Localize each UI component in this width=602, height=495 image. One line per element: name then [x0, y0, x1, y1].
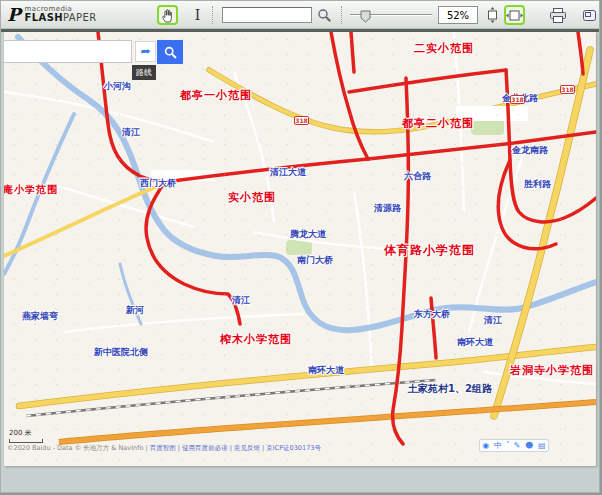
road-label: 六合路	[404, 172, 431, 181]
map-search-button	[157, 40, 183, 64]
directions-arrow-icon: ➦	[140, 44, 150, 58]
search-button[interactable]	[315, 5, 333, 25]
route-tooltip: 路线	[132, 65, 156, 80]
road-label: 清江	[232, 296, 250, 305]
road-label: 新河	[126, 306, 144, 315]
print-icon	[550, 8, 566, 23]
fit-width-button[interactable]	[504, 5, 525, 25]
ime-toolbar: ◉中’✎☻▤	[479, 439, 549, 452]
map-search-bar	[4, 40, 132, 63]
district-label: 岩洞寺小学范围	[510, 365, 594, 376]
zoom-slider-thumb[interactable]	[360, 8, 371, 21]
scale-bar	[9, 439, 43, 443]
road-label: 新中医院北侧	[94, 348, 148, 357]
road-label: 腾龙大道	[290, 230, 326, 239]
road-label: 西门大桥	[140, 179, 176, 188]
road-label: 胜利路	[524, 180, 551, 189]
road-label: 南环大道	[308, 366, 344, 375]
slider-thumb-icon	[360, 10, 371, 23]
map-scale: 200 米	[9, 428, 43, 443]
road-label: 金龙南路	[512, 146, 548, 155]
district-label: 二实小范围	[414, 43, 474, 54]
ime-chinese-mode-icon: 中	[494, 442, 502, 450]
zoom-level-input[interactable]	[438, 6, 478, 24]
toolbar-separator	[212, 6, 213, 24]
text-select-tool-button[interactable]: I	[187, 5, 208, 25]
district-label: 普庵小学范围	[4, 185, 58, 195]
road-label: 燕家墙弯	[22, 312, 58, 321]
popout-window-button[interactable]	[581, 5, 597, 25]
document-page[interactable]: 二实小范围都亭一小范围都亭二小范围实小范围普庵小学范围体育路小学范围榨木小学范围…	[4, 32, 596, 466]
road-label: 土家苑村1、2组路	[408, 384, 492, 394]
map-search-icon	[164, 46, 177, 59]
toolbar: P macromedia FLASHPAPER I	[1, 1, 599, 29]
fit-height-button[interactable]	[483, 5, 502, 25]
road-label: 小河沟	[104, 82, 131, 91]
toolbar-separator	[341, 6, 342, 24]
map-labels-layer: 二实小范围都亭一小范围都亭二小范围实小范围普庵小学范围体育路小学范围榨木小学范围…	[4, 32, 596, 466]
hand-icon	[161, 8, 175, 23]
district-label: 体育路小学范围	[384, 244, 475, 256]
road-label: 南环大道	[457, 338, 493, 347]
flashpaper-logo: P macromedia FLASHPAPER	[7, 4, 97, 25]
road-label: 清源路	[374, 204, 401, 213]
ime-logo-icon: ◉	[482, 442, 489, 450]
window-icon	[583, 10, 596, 21]
search-input[interactable]	[222, 7, 312, 23]
zoom-slider[interactable]	[350, 7, 432, 23]
ime-keyboard-icon: ▤	[538, 442, 546, 450]
fit-height-icon	[486, 7, 499, 23]
district-label: 都亭一小范围	[180, 90, 252, 101]
macromedia-logo-icon: P	[7, 4, 21, 25]
road-shield: 318	[560, 85, 575, 94]
ime-punctuation-icon: ’	[507, 442, 510, 450]
district-label: 实小范围	[228, 192, 276, 203]
map-directions-button: ➦	[135, 41, 156, 62]
ibeam-icon: I	[195, 7, 201, 23]
map-copyright: ©2020 Baidu - Data © 长地万方 & NavInfo | 百度…	[7, 444, 321, 453]
search-icon	[317, 8, 332, 23]
road-shield: 318	[294, 116, 309, 125]
ime-handwriting-icon: ✎	[514, 442, 521, 450]
road-label: 东方大桥	[414, 310, 450, 319]
print-button[interactable]	[547, 5, 568, 25]
hand-tool-button[interactable]	[157, 5, 178, 25]
fit-width-icon	[506, 9, 523, 22]
flashpaper-window: P macromedia FLASHPAPER I	[0, 0, 600, 493]
district-label: 榨木小学范围	[220, 334, 292, 345]
road-label: 清江	[122, 128, 140, 137]
ime-user-icon: ☻	[525, 442, 533, 450]
road-shield: 318	[510, 95, 525, 104]
road-label: 南门大桥	[297, 256, 333, 265]
district-label: 都亭二小范围	[402, 118, 474, 129]
road-label: 清江	[484, 316, 502, 325]
road-label: 清江大道	[270, 168, 306, 177]
brand-flashpaper-label: FLASHPAPER	[25, 13, 97, 23]
